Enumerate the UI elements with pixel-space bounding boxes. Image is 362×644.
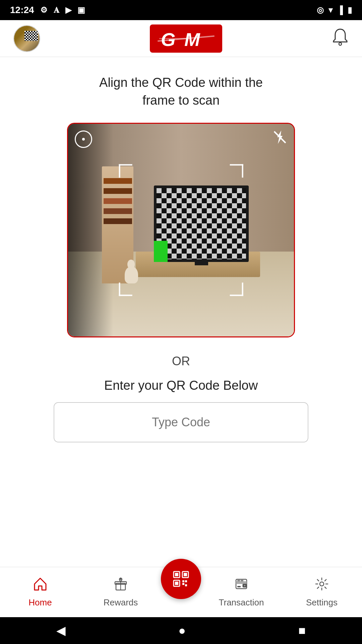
main-content: Align the QR Code within the frame to sc… bbox=[0, 57, 362, 442]
tv-green-accent bbox=[154, 241, 167, 262]
android-nav: ◀ ● ■ bbox=[0, 617, 362, 644]
svg-rect-22 bbox=[237, 579, 240, 581]
gm-logo: G M bbox=[150, 24, 222, 53]
notification-bell-icon[interactable] bbox=[332, 28, 349, 49]
svg-point-3 bbox=[339, 43, 342, 45]
svg-rect-17 bbox=[182, 583, 184, 585]
enter-qr-label: Enter your QR Code Below bbox=[104, 378, 258, 393]
home-label: Home bbox=[28, 597, 52, 608]
location-icon: ◎ bbox=[317, 5, 324, 15]
settings-svg bbox=[314, 577, 329, 591]
settings-icon bbox=[314, 577, 329, 595]
android-recent-button[interactable]: ■ bbox=[298, 624, 306, 638]
svg-rect-20 bbox=[236, 581, 247, 584]
or-divider-text: OR bbox=[172, 354, 190, 368]
svg-rect-14 bbox=[175, 582, 178, 585]
nav-item-scan[interactable] bbox=[161, 572, 201, 612]
home-icon bbox=[33, 577, 48, 595]
qr-scan-svg bbox=[171, 569, 191, 589]
code-input[interactable] bbox=[54, 403, 308, 442]
home-svg bbox=[33, 577, 48, 591]
top-nav: G M bbox=[0, 20, 362, 57]
svg-rect-15 bbox=[182, 580, 184, 582]
svg-text:M: M bbox=[184, 29, 200, 49]
play-status-icon: ▶ bbox=[65, 5, 71, 15]
rewards-svg bbox=[113, 577, 128, 591]
rewards-icon bbox=[113, 577, 128, 595]
android-home-button[interactable]: ● bbox=[178, 624, 186, 638]
sim-status-icon: ▣ bbox=[77, 5, 85, 15]
svg-rect-18 bbox=[185, 584, 187, 586]
qr-scan-button[interactable] bbox=[161, 559, 201, 599]
transaction-svg bbox=[234, 577, 249, 591]
code-input-wrap[interactable] bbox=[54, 402, 308, 442]
svg-point-26 bbox=[320, 582, 324, 586]
camera-frame bbox=[67, 123, 295, 337]
settings-label: Settings bbox=[306, 597, 338, 608]
svg-rect-16 bbox=[185, 580, 187, 582]
svg-rect-21 bbox=[237, 586, 241, 587]
status-right: ◎ ▾ ▐ ▮ bbox=[317, 5, 352, 15]
status-left: 12:24 ⚙ 𝐀 ▶ ▣ bbox=[10, 5, 85, 15]
room-scene bbox=[68, 124, 294, 336]
signal-icon: ▐ bbox=[337, 5, 343, 15]
status-bar: 12:24 ⚙ 𝐀 ▶ ▣ ◎ ▾ ▐ ▮ bbox=[0, 0, 362, 20]
transaction-label: Transaction bbox=[219, 597, 264, 608]
svg-rect-23 bbox=[241, 579, 243, 581]
bell-svg bbox=[332, 28, 349, 46]
avatar-image bbox=[14, 26, 40, 51]
avatar[interactable] bbox=[13, 25, 40, 52]
gm-logo-inner: G M bbox=[159, 29, 213, 49]
battery-icon: ▮ bbox=[348, 5, 352, 15]
wifi-icon: ▾ bbox=[328, 5, 333, 15]
status-time: 12:24 bbox=[10, 5, 34, 15]
scan-instruction: Align the QR Code within the frame to sc… bbox=[99, 74, 263, 109]
nav-item-home[interactable]: Home bbox=[0, 577, 80, 608]
nav-item-settings[interactable]: Settings bbox=[282, 577, 362, 608]
bottom-nav: Home Rewards bbox=[0, 567, 362, 617]
nav-item-rewards[interactable]: Rewards bbox=[80, 577, 161, 608]
svg-rect-12 bbox=[184, 573, 187, 576]
svg-rect-10 bbox=[175, 573, 178, 576]
tv-screen bbox=[154, 185, 249, 262]
font-status-icon: 𝐀 bbox=[54, 5, 59, 15]
dog-shape bbox=[125, 266, 138, 283]
settings-status-icon: ⚙ bbox=[40, 5, 48, 15]
rewards-label: Rewards bbox=[104, 597, 138, 608]
nav-item-transaction[interactable]: Transaction bbox=[201, 577, 282, 608]
svg-point-25 bbox=[244, 585, 245, 586]
gm-logo-svg: G M bbox=[159, 29, 213, 49]
android-back-button[interactable]: ◀ bbox=[56, 624, 66, 638]
transaction-icon bbox=[234, 577, 249, 595]
